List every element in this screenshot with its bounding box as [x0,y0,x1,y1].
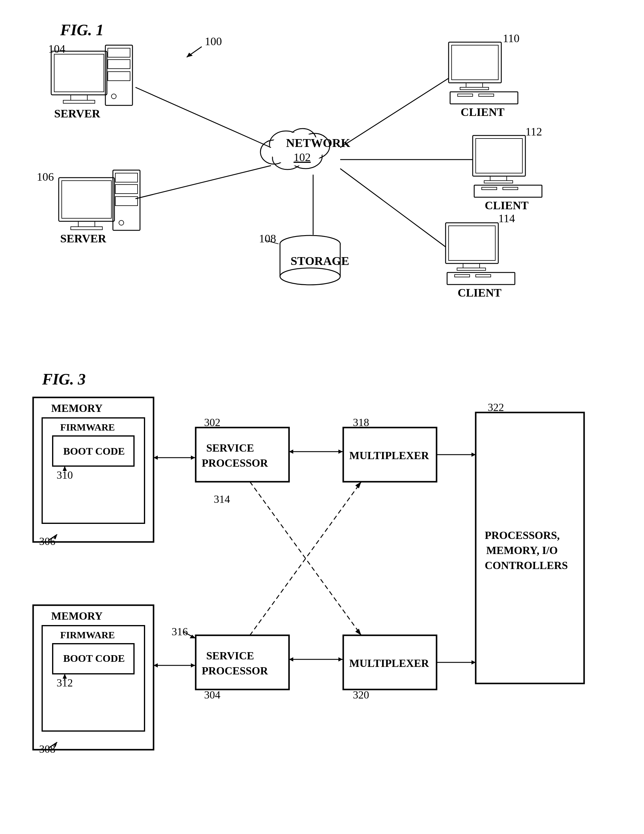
svg-rect-129 [476,412,584,684]
svg-rect-30 [115,197,138,206]
svg-rect-77 [42,418,144,523]
svg-marker-122 [191,663,195,668]
svg-rect-53 [490,176,507,181]
svg-rect-54 [484,181,513,183]
svg-text:PROCESSOR: PROCESSOR [202,457,268,469]
svg-rect-17 [108,48,130,57]
svg-text:CLIENT: CLIENT [485,199,529,212]
svg-rect-87 [196,428,289,482]
svg-text:MULTIPLEXER: MULTIPLEXER [349,449,429,462]
svg-rect-47 [458,94,473,96]
svg-rect-60 [446,223,498,263]
svg-text:314: 314 [214,493,230,505]
svg-marker-101 [471,453,476,457]
svg-text:322: 322 [488,401,504,414]
svg-rect-13 [54,54,104,92]
svg-rect-102 [33,605,154,750]
svg-marker-96 [154,456,158,460]
svg-rect-79 [53,436,134,466]
svg-text:MEMORY, I/O: MEMORY, I/O [486,545,558,556]
svg-text:CLIENT: CLIENT [461,106,505,118]
svg-marker-110 [63,674,67,679]
svg-line-69 [136,87,271,147]
svg-text:104: 104 [48,42,65,55]
svg-line-85 [48,534,57,540]
svg-rect-45 [460,87,489,90]
svg-text:MEMORY: MEMORY [51,610,103,622]
svg-marker-95 [191,456,195,460]
fig3-diagram: FIG. 3 MEMORY FIRMWARE BOOT CODE 310 306… [24,367,596,819]
svg-text:MEMORY: MEMORY [51,402,103,414]
svg-rect-66 [476,275,491,277]
svg-rect-57 [503,187,518,190]
svg-text:310: 310 [57,469,73,481]
svg-rect-24 [62,181,112,218]
svg-rect-52 [476,139,523,173]
svg-rect-62 [463,263,480,268]
svg-text:BOOT CODE: BOOT CODE [63,446,125,457]
svg-text:312: 312 [57,677,73,689]
svg-rect-48 [479,94,494,96]
svg-rect-61 [448,226,495,260]
svg-marker-98 [338,449,343,454]
svg-rect-27 [113,170,140,230]
svg-text:308: 308 [39,743,55,755]
svg-text:102: 102 [294,151,311,163]
svg-rect-42 [448,42,501,83]
svg-text:STORAGE: STORAGE [291,254,349,268]
svg-text:SERVER: SERVER [60,232,106,245]
svg-line-70 [136,166,271,199]
svg-line-112 [48,742,57,748]
svg-rect-28 [115,173,138,182]
svg-rect-18 [108,60,130,69]
svg-marker-126 [289,657,293,661]
svg-text:304: 304 [204,689,220,701]
svg-text:FIRMWARE: FIRMWARE [60,422,115,433]
svg-text:106: 106 [37,170,54,183]
svg-rect-25 [78,221,95,227]
svg-marker-141 [190,635,196,638]
svg-rect-15 [63,100,95,103]
svg-line-134 [250,482,361,635]
svg-text:MULTIPLEXER: MULTIPLEXER [349,657,429,669]
svg-rect-16 [105,45,133,105]
svg-rect-114 [196,635,289,690]
svg-text:SERVER: SERVER [54,107,100,120]
svg-marker-136 [355,629,361,635]
svg-rect-29 [115,184,138,194]
svg-rect-51 [473,136,525,176]
svg-rect-56 [482,187,497,190]
svg-marker-128 [471,660,476,664]
svg-rect-14 [71,95,87,100]
svg-text:CONTROLLERS: CONTROLLERS [485,559,568,571]
svg-text:CLIENT: CLIENT [458,286,502,299]
svg-point-31 [119,220,124,225]
fig3-title: FIG. 3 [42,370,86,388]
svg-text:302: 302 [204,416,220,428]
page: FIG. 1 100 NETWORK 102 [0,0,644,834]
svg-line-74 [340,169,446,247]
svg-point-20 [112,94,116,99]
svg-text:114: 114 [498,212,515,225]
svg-marker-123 [154,663,158,668]
svg-marker-99 [289,449,293,454]
svg-text:112: 112 [525,125,542,138]
svg-text:FIRMWARE: FIRMWARE [60,630,115,640]
svg-rect-26 [71,227,102,230]
svg-text:BOOT CODE: BOOT CODE [63,653,125,664]
svg-text:110: 110 [503,32,519,45]
svg-text:SERVICE: SERVICE [206,442,254,454]
svg-text:316: 316 [172,626,188,638]
svg-line-72 [340,78,448,147]
fig1-diagram: FIG. 1 100 NETWORK 102 [24,18,596,349]
svg-marker-137 [355,482,361,488]
svg-rect-91 [343,428,437,482]
svg-text:100: 100 [205,35,222,48]
svg-rect-23 [59,178,115,221]
svg-line-135 [250,482,361,635]
svg-rect-12 [51,51,107,95]
svg-text:PROCESSOR: PROCESSOR [202,665,268,677]
svg-rect-63 [457,268,485,270]
svg-rect-65 [455,275,470,277]
svg-marker-83 [63,466,67,471]
